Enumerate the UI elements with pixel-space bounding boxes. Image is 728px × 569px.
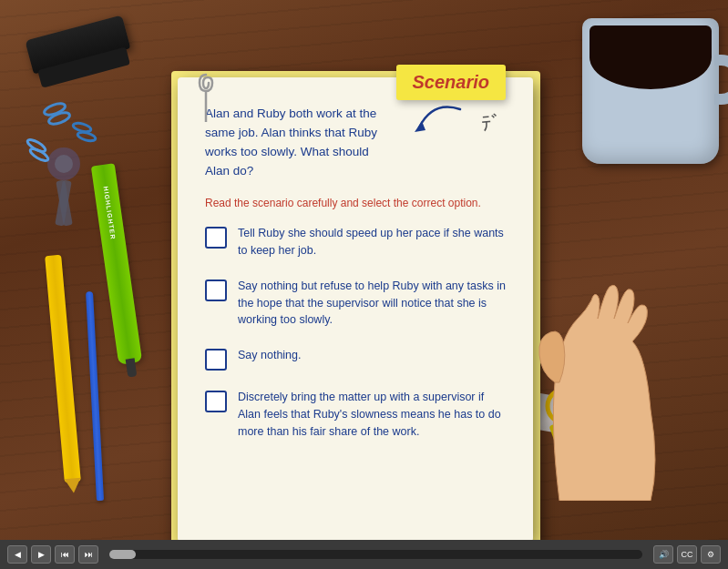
svg-point-1: [47, 110, 71, 127]
option-4: Discretely bring the matter up with a su…: [205, 389, 508, 440]
option-4-text: Discretely bring the matter up with a su…: [238, 389, 508, 440]
option-3-checkbox[interactable]: [205, 349, 227, 371]
option-3: Say nothing.: [205, 347, 508, 371]
coffee-cup: [564, 0, 728, 182]
svg-marker-21: [415, 121, 426, 132]
back-button[interactable]: ◀: [7, 545, 27, 564]
option-1-text: Tell Ruby she should speed up her pace i…: [238, 225, 508, 259]
option-2: Say nothing but refuse to help Ruby with…: [205, 278, 508, 329]
volume-button[interactable]: 🔊: [653, 545, 673, 564]
svg-point-3: [77, 131, 96, 143]
options-list: Tell Ruby she should speed up her pace i…: [205, 225, 508, 440]
option-2-checkbox[interactable]: [205, 279, 227, 301]
stapler: [20, 0, 135, 89]
pen-blue: [86, 291, 104, 501]
hand: [532, 246, 678, 501]
svg-point-5: [55, 155, 73, 173]
option-1-checkbox[interactable]: [205, 227, 227, 249]
option-2-text: Say nothing but refuse to help Ruby with…: [238, 278, 508, 329]
rewind-button[interactable]: ⏮: [55, 545, 75, 564]
option-4-checkbox[interactable]: [205, 391, 227, 412]
forward-button[interactable]: ⏭: [78, 545, 98, 564]
play-button[interactable]: ▶: [31, 545, 51, 564]
option-3-text: Say nothing.: [238, 347, 302, 364]
settings-button[interactable]: ⚙: [701, 545, 721, 564]
desk-background: Scenario ﾃﾞ Alan and Ruby both work at t…: [0, 0, 728, 569]
control-bar: ◀ ▶ ⏮ ⏭ 🔊 CC ⚙: [0, 540, 728, 569]
right-controls: 🔊 CC ⚙: [653, 545, 721, 564]
cc-button[interactable]: CC: [677, 545, 697, 564]
pencil-yellow: [45, 255, 81, 483]
progress-bar[interactable]: [109, 550, 642, 559]
decorative-arrow: [405, 96, 478, 145]
scenario-label: Scenario: [396, 65, 506, 100]
progress-bar-fill: [109, 550, 136, 559]
scenario-text: Alan and Ruby both work at the same job.…: [205, 105, 378, 181]
decorative-squiggle: ﾃﾞ: [480, 111, 502, 137]
scenario-paper: Scenario ﾃﾞ Alan and Ruby both work at t…: [178, 77, 533, 542]
paperclip-icon: [198, 73, 214, 123]
instruction-text: Read the scenario carefully and select t…: [205, 196, 508, 211]
option-1: Tell Ruby she should speed up her pace i…: [205, 225, 508, 259]
